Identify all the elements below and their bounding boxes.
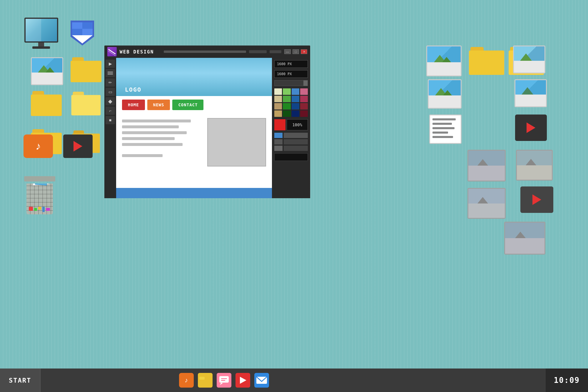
window-controls: — □ ✕ (284, 49, 307, 54)
taskbar-clock: 10:09 (546, 369, 588, 392)
monitor-desktop-icon[interactable] (24, 18, 62, 53)
taskbar-music-icon[interactable]: ♪ (179, 373, 194, 388)
image-desktop-icon-r2[interactable] (513, 46, 545, 73)
color-swatch-1[interactable] (274, 88, 282, 95)
youtube-desktop-icon-left[interactable] (63, 134, 93, 158)
music-desktop-icon[interactable]: ♪ (24, 134, 53, 158)
tool-cursor[interactable]: ▶ (106, 60, 115, 68)
tool-diamond[interactable]: ◆ (106, 97, 115, 105)
taskbar-play-icon[interactable] (235, 373, 250, 388)
tool-lines[interactable] (106, 69, 115, 77)
window-title: WEB DESIGN (120, 49, 161, 55)
app-window: WEB DESIGN — □ ✕ ▶ ✏ ▭ ◆ ⌐ ■ (104, 46, 310, 198)
text-line-6 (122, 154, 163, 157)
window-body: ▶ ✏ ▭ ◆ ⌐ ■ LOGO HOME NEWS (104, 58, 310, 198)
site-nav: HOME NEWS CONTACT (116, 96, 272, 114)
color-swatch-5[interactable] (274, 96, 282, 102)
svg-rect-0 (72, 22, 82, 29)
svg-rect-2 (72, 29, 82, 35)
svg-rect-1 (82, 22, 93, 29)
image-desktop-icon-r4[interactable] (514, 79, 547, 107)
image-desktop-icon-r1[interactable] (426, 46, 462, 76)
youtube-desktop-icon-r1[interactable] (515, 115, 547, 141)
site-header: LOGO (116, 58, 272, 96)
color-swatch-7[interactable] (292, 96, 299, 102)
window-right-panel: 1600 PX 1600 PX (272, 58, 310, 198)
trash-desktop-icon[interactable] (24, 176, 56, 214)
color-swatch-12[interactable] (300, 103, 308, 110)
color-swatch-3[interactable] (292, 88, 299, 95)
color-swatch-2[interactable] (283, 88, 290, 95)
minimize-button[interactable]: — (284, 49, 291, 54)
layer-thumb-1 (274, 133, 283, 138)
layer-controls (274, 133, 308, 151)
text-line-5 (122, 143, 183, 146)
tool-eraser[interactable]: ⌐ (106, 107, 115, 115)
window-toolbar: ▶ ✏ ▭ ◆ ⌐ ■ (104, 58, 116, 198)
close-button[interactable]: ✕ (301, 49, 307, 54)
layer-row-2 (274, 139, 308, 144)
height-field[interactable]: 1600 PX (274, 70, 308, 78)
svg-rect-8 (219, 376, 229, 383)
layer-bar-3 (284, 146, 308, 151)
folder-desktop-icon-3[interactable] (71, 91, 101, 116)
taskbar-mail-icon[interactable] (254, 373, 269, 388)
layer-bar-1 (284, 133, 308, 138)
color-swatch-16[interactable] (300, 110, 308, 117)
panel-black-box (274, 153, 308, 161)
folder-desktop-icon-r1[interactable] (469, 47, 504, 75)
color-swatch-15[interactable] (292, 110, 299, 117)
site-footer (116, 188, 272, 198)
color-swatch-9[interactable] (274, 103, 282, 110)
titlebar-bar2 (270, 50, 281, 53)
shield-desktop-icon[interactable] (68, 16, 100, 48)
svg-rect-11 (221, 380, 225, 381)
svg-rect-3 (82, 29, 93, 35)
color-swatch-11[interactable] (292, 103, 299, 110)
folder-desktop-icon-1[interactable] (71, 57, 101, 82)
zoom-field[interactable]: 100% (287, 119, 308, 130)
maximize-button[interactable]: □ (293, 49, 299, 54)
width-field[interactable]: 1600 PX (274, 60, 308, 68)
window-titlebar: WEB DESIGN — □ ✕ (104, 46, 310, 58)
text-line-4 (122, 137, 175, 140)
nav-home[interactable]: HOME (122, 100, 145, 110)
image-desktop-icon-1[interactable] (31, 57, 63, 85)
youtube-desktop-icon-r2[interactable] (520, 186, 553, 213)
start-button[interactable]: START (0, 369, 41, 392)
document-desktop-icon-r1[interactable] (429, 115, 462, 144)
tool-square-small[interactable]: ■ (106, 116, 115, 124)
scroll-control[interactable] (274, 80, 308, 86)
color-swatch-6[interactable] (283, 96, 290, 102)
site-image-placeholder (207, 118, 266, 166)
site-logo: LOGO (125, 86, 141, 93)
image-placeholder-r8 (504, 222, 545, 255)
layer-thumb-2 (274, 139, 283, 144)
zoom-row: 100% (274, 119, 308, 130)
text-line-3 (122, 131, 187, 134)
svg-marker-9 (220, 383, 223, 385)
layer-row-1 (274, 133, 308, 138)
taskbar-chat-icon[interactable] (217, 373, 231, 388)
folder-desktop-icon-2[interactable] (31, 91, 62, 116)
tool-rect[interactable]: ▭ (106, 88, 115, 96)
image-placeholder-r7 (467, 188, 506, 219)
nav-contact[interactable]: CONTACT (172, 100, 203, 110)
color-swatch-14[interactable] (283, 110, 290, 117)
color-swatch-4[interactable] (300, 88, 308, 95)
svg-rect-7 (199, 377, 205, 380)
color-palette (274, 88, 308, 117)
color-swatch-10[interactable] (283, 103, 290, 110)
taskbar-icons: ♪ (179, 373, 269, 388)
window-titlebar-spacer (164, 51, 246, 53)
taskbar-folder-icon[interactable] (198, 373, 213, 388)
nav-news[interactable]: NEWS (147, 100, 170, 110)
color-swatch-13[interactable] (274, 110, 282, 117)
color-swatch-8[interactable] (300, 96, 308, 102)
titlebar-bar1 (249, 50, 267, 53)
tool-pen[interactable]: ✏ (106, 78, 115, 87)
text-line-2 (122, 125, 179, 128)
image-placeholder-r5 (467, 150, 506, 181)
image-desktop-icon-r3[interactable] (428, 79, 462, 109)
layer-thumb-3 (274, 146, 283, 151)
